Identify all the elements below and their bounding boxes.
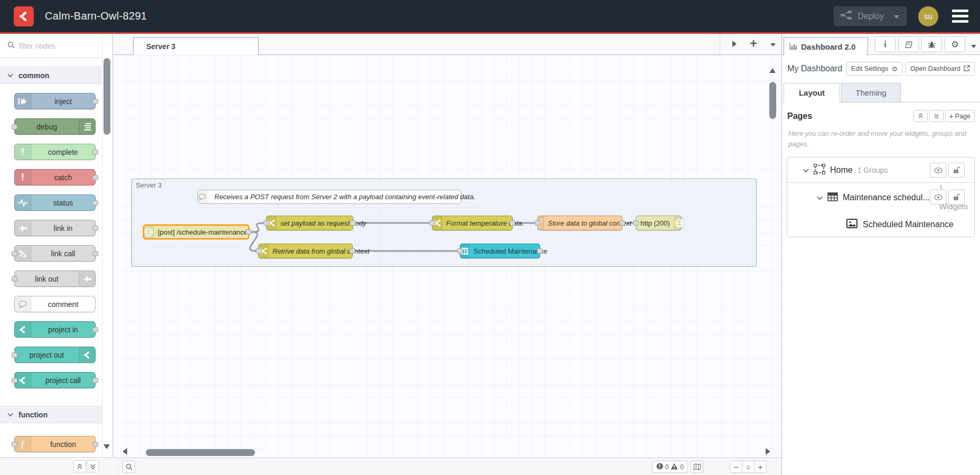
speech-bubble-icon <box>15 296 31 312</box>
tab-layout[interactable]: Layout <box>784 83 840 103</box>
output-port[interactable] <box>510 220 515 226</box>
input-port[interactable] <box>12 442 17 447</box>
output-port[interactable] <box>619 220 625 226</box>
horizontal-scrollbar-thumb[interactable] <box>146 449 255 456</box>
output-port[interactable] <box>350 248 355 254</box>
palette-node-project-call[interactable]: project call <box>14 372 96 388</box>
flow-node-function-store[interactable]: ƒ Store data to global context <box>538 216 623 230</box>
output-port[interactable] <box>246 229 251 235</box>
input-port[interactable] <box>256 248 261 254</box>
input-port[interactable] <box>12 352 17 358</box>
palette-search[interactable] <box>0 34 102 58</box>
scroll-left-icon[interactable] <box>122 448 128 456</box>
zoom-reset-button[interactable]: ○ <box>742 461 755 473</box>
input-port[interactable] <box>12 276 17 282</box>
palette-scrollbar-thumb[interactable] <box>103 58 110 135</box>
palette-node-comment[interactable]: comment <box>14 296 96 312</box>
search-flows-button[interactable] <box>123 461 135 473</box>
output-port[interactable] <box>92 442 98 447</box>
add-page-button[interactable]: + Page <box>945 110 975 122</box>
palette-node-debug[interactable]: debug <box>14 118 96 135</box>
input-port[interactable] <box>535 220 541 226</box>
tree-row-page-home[interactable]: Home 1 Groups <box>787 157 974 183</box>
add-flow-button[interactable] <box>750 40 757 49</box>
user-avatar[interactable]: su <box>918 6 938 26</box>
input-port[interactable] <box>12 124 17 129</box>
output-port[interactable] <box>350 220 356 226</box>
filter-nodes-input[interactable] <box>19 42 115 50</box>
palette-node-catch[interactable]: ! catch <box>14 169 96 185</box>
flow-tab-server3[interactable]: Server 3 <box>133 37 259 55</box>
palette-node-link-call[interactable]: link call <box>14 245 96 262</box>
sidebar-tab-dashboard[interactable]: Dashboard 2.0 <box>784 37 868 55</box>
input-port[interactable] <box>263 220 269 226</box>
input-port[interactable] <box>457 248 463 254</box>
palette-node-status[interactable]: status <box>14 194 96 211</box>
debug-tab-button[interactable] <box>921 36 942 52</box>
palette-node-link-in[interactable]: link in <box>14 220 96 236</box>
scroll-up-icon[interactable] <box>769 68 776 74</box>
main-menu-button[interactable] <box>950 7 970 25</box>
chevron-down-icon[interactable] <box>803 165 809 175</box>
tree-row-widget-scheduled-maintenance[interactable]: Scheduled Maintenance <box>787 212 974 237</box>
navigator-toggle-button[interactable] <box>691 461 703 473</box>
config-tab-button[interactable]: ⚙ <box>945 36 965 52</box>
palette-node-project-out[interactable]: project out <box>14 347 96 363</box>
deploy-button[interactable]: Deploy <box>834 6 907 26</box>
collapse-pages-button[interactable] <box>913 110 928 122</box>
zoom-in-button[interactable]: + <box>754 461 767 473</box>
palette-node-complete[interactable]: ! complete <box>14 144 96 160</box>
visibility-toggle-button[interactable] <box>930 163 946 178</box>
output-port[interactable] <box>92 200 98 206</box>
unlock-icon-button[interactable] <box>948 190 965 204</box>
flow-node-http-response[interactable]: http (200) <box>636 216 681 230</box>
flow-node-ui-table[interactable]: Scheduled Maintenance <box>460 244 540 258</box>
palette-category-common[interactable]: common <box>0 67 102 84</box>
palette-node-link-out[interactable]: link out <box>14 271 96 287</box>
output-port[interactable] <box>92 251 98 256</box>
collapse-all-button[interactable] <box>73 460 86 472</box>
input-port[interactable] <box>12 378 17 383</box>
scroll-right-icon[interactable] <box>765 448 771 456</box>
notification-badges[interactable]: 0 0 <box>652 461 688 473</box>
flow-node-change-set-payload[interactable]: set payload as request body <box>266 216 353 230</box>
expand-all-button[interactable] <box>87 460 99 472</box>
output-port[interactable] <box>92 226 98 231</box>
tab-theming[interactable]: Theming <box>841 83 901 103</box>
output-port[interactable] <box>92 327 98 332</box>
visibility-toggle-button[interactable] <box>930 190 946 204</box>
sidebar-options-caret-icon[interactable] <box>970 41 977 51</box>
flow-node-change-format[interactable]: Format temperature data. <box>432 216 513 230</box>
flow-node-change-retrieve[interactable]: Retrive data from global context <box>258 244 353 258</box>
input-port[interactable] <box>429 220 435 226</box>
input-port[interactable] <box>633 220 639 226</box>
flow-list-caret-icon[interactable] <box>770 40 776 49</box>
vertical-scrollbar-thumb[interactable] <box>769 82 776 119</box>
widget-label: Scheduled Maintenance <box>863 220 954 229</box>
palette-node-project-in[interactable]: project in <box>14 321 96 338</box>
palette-node-inject[interactable]: inject <box>14 93 96 109</box>
open-dashboard-button[interactable]: Open Dashboard <box>906 62 975 76</box>
output-port[interactable] <box>92 378 98 383</box>
palette-node-function[interactable]: ƒ function <box>14 436 96 452</box>
flow-canvas[interactable]: Server 3 Receives a POST request from Se… <box>114 55 781 458</box>
info-tab-button[interactable]: i <box>875 36 896 52</box>
edit-settings-button[interactable]: Edit Settings ⚙ <box>846 62 902 76</box>
zoom-out-button[interactable]: − <box>730 461 742 473</box>
chevron-down-icon[interactable] <box>817 193 823 202</box>
tree-row-group-maintenance[interactable]: Maintenance schedul... 1 Widgets <box>787 183 974 212</box>
palette-category-function[interactable]: function <box>0 406 102 423</box>
palette-scroll-down-icon[interactable] <box>103 442 110 452</box>
output-port[interactable] <box>537 248 543 254</box>
input-port[interactable] <box>12 251 17 256</box>
tab-scroll-right-icon[interactable] <box>732 40 737 49</box>
flow-node-comment[interactable]: Receives a POST request from Server 2 wi… <box>197 190 461 204</box>
help-tab-button[interactable] <box>898 36 919 52</box>
expand-pages-button[interactable] <box>929 110 944 122</box>
output-port[interactable] <box>92 150 98 155</box>
deploy-caret-icon[interactable] <box>893 12 900 21</box>
output-port[interactable] <box>92 99 98 104</box>
flow-node-http-in[interactable]: [post] /schedule-maintenance <box>143 225 249 239</box>
output-port[interactable] <box>92 175 98 180</box>
unlock-icon-button[interactable] <box>948 163 965 178</box>
